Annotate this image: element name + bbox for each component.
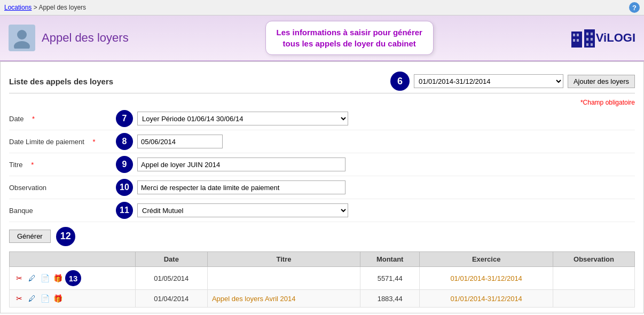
row1-observation [553, 267, 634, 290]
step-6-bubble: 6 [390, 72, 410, 91]
row2-observation [553, 290, 634, 308]
svg-point-1 [14, 41, 30, 49]
date-limite-input[interactable] [137, 135, 223, 148]
svg-rect-13 [591, 43, 593, 46]
form-row-date: Date * 7 Loyer Période 01/06/14 30/06/14 [9, 107, 635, 130]
form-section: Date * 7 Loyer Période 01/06/14 30/06/14… [9, 107, 635, 222]
svg-rect-10 [586, 38, 588, 41]
svg-rect-11 [591, 38, 593, 41]
svg-rect-6 [573, 39, 575, 42]
form-row-observation: Observation 10 [9, 176, 635, 199]
cut-icon[interactable]: ✂ [14, 273, 25, 284]
header-subtitle: Les informations à saisir pour générerto… [277, 27, 422, 49]
page-header: Appel des loyers Les informations à sais… [0, 15, 644, 61]
titre-input[interactable] [137, 158, 345, 171]
breadcrumb-link[interactable]: Locations [4, 4, 32, 11]
data-table: Date Titre Montant Exercice Observation … [9, 251, 635, 308]
breadcrumb: Locations > Appel des loyers [4, 4, 86, 11]
main-content: Liste des appels des loyers 6 01/01/2014… [0, 61, 644, 313]
header-logo: ViLOGI [570, 27, 635, 49]
row2-actions: ✂ 🖊 📄 🎁 [10, 290, 136, 308]
ajouter-loyers-button[interactable]: Ajouter des loyers [568, 75, 635, 88]
row1-titre [207, 267, 360, 290]
svg-rect-5 [577, 34, 579, 36]
svg-rect-3 [584, 29, 595, 48]
date-label: Date * [9, 115, 116, 123]
banque-label: Banque [9, 207, 116, 215]
form-row-banque: Banque 11 Crédit Mutuel [9, 199, 635, 222]
banque-select[interactable]: Crédit Mutuel [137, 203, 348, 217]
date-control-wrap: 7 Loyer Période 01/06/14 30/06/14 [116, 110, 635, 127]
observation-label: Observation [9, 184, 116, 192]
observation-input[interactable] [137, 180, 345, 194]
gift-icon[interactable]: 🎁 [52, 293, 63, 304]
step-8-bubble: 8 [116, 133, 133, 150]
svg-point-0 [17, 30, 27, 40]
date-limite-control-wrap: 8 [116, 133, 635, 150]
step-11-bubble: 11 [116, 202, 133, 219]
form-row-titre: Titre * 9 [9, 153, 635, 176]
titre-label: Titre * [9, 161, 116, 169]
row2-titre: Appel des loyers Avril 2014 [207, 290, 360, 308]
date-limite-label: Date Limite de paiement * [9, 138, 116, 146]
edit-icon[interactable]: 🖊 [27, 273, 37, 284]
col-actions [10, 252, 136, 267]
section-header: Liste des appels des loyers 6 01/01/2014… [9, 67, 635, 93]
pdf-icon[interactable]: 📄 [40, 293, 50, 304]
top-bar: Locations > Appel des loyers ? [0, 0, 644, 15]
pdf-icon[interactable]: 📄 [40, 273, 50, 284]
col-titre: Titre [207, 252, 360, 267]
col-exercice: Exercice [420, 252, 553, 267]
row1-montant: 5571,44 [360, 267, 420, 290]
gift-icon[interactable]: 🎁 [52, 273, 63, 284]
section-title: Liste des appels des loyers [9, 77, 113, 86]
row1-actions: ✂ 🖊 📄 🎁 13 [10, 267, 136, 290]
help-icon[interactable]: ? [629, 2, 640, 13]
header-center-box: Les informations à saisir pour générerto… [265, 21, 434, 55]
step-12-bubble: 12 [56, 227, 75, 246]
section-controls: 6 01/01/2014-31/12/2014 Ajouter des loye… [390, 72, 635, 91]
step-10-bubble: 10 [116, 179, 133, 196]
cut-icon[interactable]: ✂ [14, 293, 25, 304]
generer-row: Générer 12 [9, 224, 635, 248]
row2-date: 01/04/2014 [135, 290, 207, 308]
col-date: Date [135, 252, 207, 267]
observation-control-wrap: 10 [116, 179, 635, 196]
titre-control-wrap: 9 [116, 156, 635, 173]
step-13-bubble: 13 [65, 270, 81, 286]
row1-exercice: 01/01/2014-31/12/2014 [420, 267, 553, 290]
svg-rect-4 [573, 34, 575, 36]
svg-rect-9 [591, 33, 593, 35]
table-row: ✂ 🖊 📄 🎁 13 01/05/2014 5571,44 01/01/2014… [10, 267, 635, 290]
banque-control-wrap: 11 Crédit Mutuel [116, 202, 635, 219]
form-row-date-limite: Date Limite de paiement * 8 [9, 130, 635, 153]
logo-building-icon [570, 27, 596, 49]
svg-rect-8 [586, 33, 588, 35]
avatar [9, 25, 35, 51]
period-select[interactable]: 01/01/2014-31/12/2014 [414, 74, 563, 88]
col-observation: Observation [553, 252, 634, 267]
champ-obligatoire: *Champ obligatoire [9, 98, 635, 107]
generer-button[interactable]: Générer [9, 230, 51, 243]
edit-icon[interactable]: 🖊 [27, 293, 37, 304]
row1-date: 01/05/2014 [135, 267, 207, 290]
svg-rect-12 [586, 43, 588, 46]
logo-text: ViLOGI [596, 31, 635, 45]
col-montant: Montant [360, 252, 420, 267]
row2-montant: 1883,44 [360, 290, 420, 308]
page-title: Appel des loyers [42, 31, 129, 45]
row2-exercice: 01/01/2014-31/12/2014 [420, 290, 553, 308]
table-row: ✂ 🖊 📄 🎁 01/04/2014 Appel des loyers Avri… [10, 290, 635, 308]
date-select[interactable]: Loyer Période 01/06/14 30/06/14 [137, 112, 348, 125]
svg-rect-7 [577, 39, 579, 42]
header-left: Appel des loyers [9, 25, 129, 51]
step-7-bubble: 7 [116, 110, 133, 127]
step-9-bubble: 9 [116, 156, 133, 173]
